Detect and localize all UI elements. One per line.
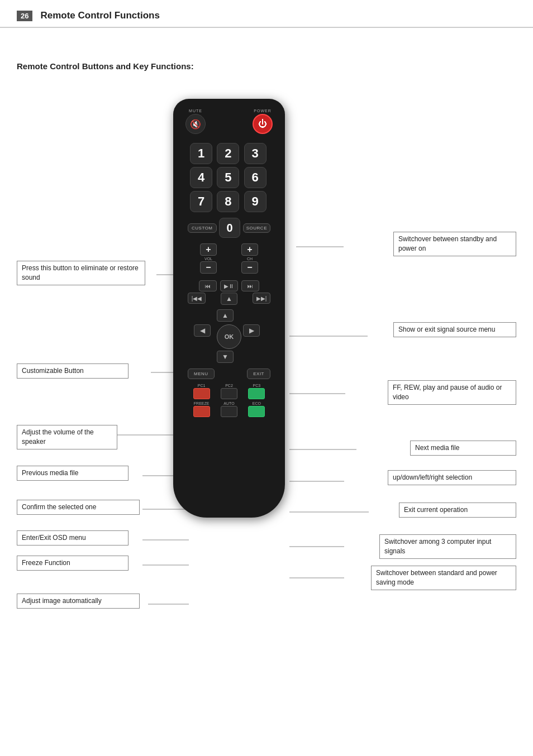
eco-group: ECO: [248, 401, 265, 417]
vol-label: VOL: [204, 257, 212, 261]
btn-2[interactable]: 2: [217, 143, 239, 164]
fae-row: Freeze AUTO ECO: [188, 401, 270, 417]
pc3-group: PC3: [248, 384, 265, 399]
pc3-label: PC3: [253, 384, 261, 387]
callout-exit-op: Exit current operation: [399, 503, 516, 518]
number-grid: 1 2 3 4 5 6 7 8 9: [190, 143, 268, 212]
vol-group: + VOL −: [200, 243, 217, 274]
eco-button[interactable]: [248, 406, 265, 417]
callout-customizable: Customizable Button: [17, 363, 129, 379]
vol-minus-button[interactable]: −: [200, 261, 217, 274]
btn-3[interactable]: 3: [244, 143, 266, 164]
ch-minus-button[interactable]: −: [241, 261, 258, 274]
power-button[interactable]: ⏻: [253, 114, 273, 134]
page-title: Remote Control Functions: [40, 10, 159, 21]
vol-plus-button[interactable]: +: [200, 243, 217, 256]
menu-exit-row: MENU EXIT: [188, 369, 270, 379]
power-area: POWER ⏻: [253, 109, 273, 134]
callout-auto-img: Adjust image automatically: [17, 594, 140, 609]
ch-plus-button[interactable]: +: [241, 243, 258, 256]
btn-9[interactable]: 9: [244, 191, 266, 212]
btn-1[interactable]: 1: [190, 143, 212, 164]
source-button[interactable]: SOURCE: [243, 223, 270, 233]
pc1-label: PC1: [198, 384, 206, 387]
callout-power: Switchover between standby and power on: [393, 232, 516, 256]
exit-button[interactable]: EXIT: [247, 369, 270, 379]
auto-label: AUTO: [223, 401, 234, 405]
callout-source: Show or exit signal source menu: [393, 322, 516, 337]
rewind-button[interactable]: ⏮: [199, 280, 217, 291]
menu-button[interactable]: MENU: [188, 369, 215, 379]
callout-prev-media: Previous media file: [17, 466, 129, 481]
pc2-group: PC2: [221, 384, 237, 399]
callout-power-save: Switchover between standard and power sa…: [371, 566, 516, 590]
ch-group: + CH −: [241, 243, 258, 274]
pc1-group: PC1: [193, 384, 210, 399]
fastforward-button[interactable]: ⏭: [241, 280, 259, 291]
remote-control: MUTE 🔇 POWER ⏻ 1 2 3 4 5 6 7 8 9 CUSTOM …: [173, 99, 285, 518]
btn-6[interactable]: 6: [244, 167, 266, 188]
callout-confirm: Confirm the selected one: [17, 500, 140, 515]
play-pause-button[interactable]: ▶⏸: [220, 280, 238, 291]
ok-button[interactable]: OK: [217, 324, 241, 349]
btn-5[interactable]: 5: [217, 167, 239, 188]
callout-freeze: Freeze Function: [17, 556, 129, 571]
pc-row: PC1 PC2 PC3: [188, 384, 270, 399]
power-label: POWER: [254, 109, 271, 113]
callout-switchover3: Switchover among 3 computer input signal…: [379, 534, 516, 559]
page-number: 26: [17, 11, 32, 21]
prev-next-row: |◀◀ ▲ ▶▶|: [188, 293, 270, 305]
diagram-area: MUTE 🔇 POWER ⏻ 1 2 3 4 5 6 7 8 9 CUSTOM …: [0, 88, 533, 674]
page-header: 26 Remote Control Functions: [0, 0, 533, 28]
pc2-label: PC2: [225, 384, 233, 387]
next-media-button[interactable]: ▶▶|: [253, 293, 270, 304]
custom-button[interactable]: CUSTOM: [188, 223, 217, 233]
callout-mute: Press this button to eliminate or restor…: [17, 261, 145, 285]
callout-vol: Adjust the volume of the speaker: [17, 425, 117, 449]
vol-ch-row: + VOL − + CH −: [188, 243, 270, 274]
callout-osd-menu: Enter/Exit OSD menu: [17, 530, 129, 546]
auto-group: AUTO: [221, 401, 237, 417]
custom-zero-source-row: CUSTOM 0 SOURCE: [188, 218, 270, 238]
btn-7[interactable]: 7: [190, 191, 212, 212]
mute-label: MUTE: [189, 109, 202, 113]
nav-up-arrow[interactable]: ▲: [217, 309, 234, 322]
pc3-button[interactable]: [248, 388, 265, 399]
transport-row: ⏮ ▶⏸ ⏭: [188, 280, 270, 291]
freeze-group: Freeze: [193, 401, 210, 417]
btn-8[interactable]: 8: [217, 191, 239, 212]
pc2-button[interactable]: [221, 388, 237, 399]
btn-0[interactable]: 0: [219, 218, 240, 238]
nav-left-button[interactable]: ◀: [194, 324, 211, 337]
pc1-button[interactable]: [193, 388, 210, 399]
nav-cluster: ▲ ◀ OK ▶ ▼: [194, 309, 264, 364]
section-title: Remote Control Buttons and Key Functions…: [17, 61, 533, 71]
ch-label: CH: [247, 257, 253, 261]
callout-next-media: Next media file: [410, 441, 516, 456]
prev-media-button[interactable]: |◀◀: [188, 293, 206, 304]
nav-up-button[interactable]: ▲: [221, 293, 237, 305]
callout-ff-rew: FF, REW, play and pause of audio or vide…: [388, 380, 516, 405]
auto-button[interactable]: [221, 406, 237, 417]
btn-4[interactable]: 4: [190, 167, 212, 188]
nav-right-button[interactable]: ▶: [243, 324, 260, 337]
eco-label: ECO: [253, 401, 261, 405]
freeze-button[interactable]: [193, 406, 210, 417]
mute-button[interactable]: 🔇: [185, 114, 206, 134]
callout-up-down: up/down/left/right selection: [388, 470, 516, 485]
mute-area: MUTE 🔇: [185, 109, 206, 134]
freeze-label: Freeze: [194, 401, 210, 405]
nav-down-arrow[interactable]: ▼: [217, 351, 234, 363]
